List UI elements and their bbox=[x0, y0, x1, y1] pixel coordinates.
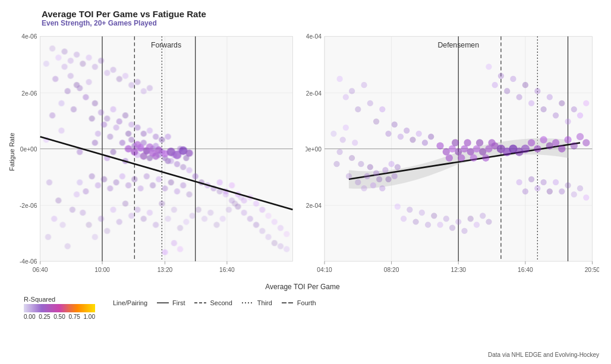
tick-075: 0.75 bbox=[68, 314, 80, 320]
svg-point-60 bbox=[110, 149, 116, 155]
svg-point-77 bbox=[98, 109, 104, 115]
svg-point-297 bbox=[558, 145, 565, 153]
svg-point-88 bbox=[165, 134, 171, 140]
svg-point-218 bbox=[343, 125, 349, 131]
svg-point-316 bbox=[407, 207, 412, 213]
svg-point-120 bbox=[98, 216, 104, 221]
svg-point-223 bbox=[358, 161, 364, 167]
plots-area: Forwards 4e-06 2e-06 0e+00 -2e-06 -4e-06… bbox=[6, 30, 599, 286]
svg-point-252 bbox=[436, 142, 443, 149]
svg-point-103 bbox=[162, 185, 168, 191]
svg-point-127 bbox=[141, 216, 147, 221]
svg-point-292 bbox=[528, 139, 535, 146]
x-tick-2: 10:00 bbox=[95, 267, 110, 273]
svg-point-58 bbox=[92, 140, 98, 145]
svg-point-288 bbox=[565, 118, 571, 124]
svg-point-130 bbox=[159, 201, 165, 207]
svg-point-116 bbox=[74, 191, 80, 197]
svg-point-221 bbox=[352, 140, 358, 145]
svg-point-298 bbox=[564, 136, 571, 143]
svg-point-91 bbox=[89, 173, 95, 179]
svg-point-303 bbox=[522, 188, 528, 194]
svg-point-287 bbox=[559, 100, 565, 106]
svg-point-29 bbox=[119, 140, 125, 145]
svg-point-118 bbox=[86, 222, 92, 228]
svg-point-232 bbox=[385, 176, 391, 182]
svg-point-308 bbox=[553, 179, 559, 185]
svg-point-214 bbox=[330, 131, 336, 137]
svg-point-135 bbox=[189, 213, 195, 219]
svg-point-280 bbox=[516, 94, 522, 100]
svg-point-153 bbox=[98, 58, 104, 64]
svg-point-82 bbox=[128, 122, 134, 128]
forwards-svg: Forwards 4e-06 2e-06 0e+00 -2e-06 -4e-06… bbox=[6, 30, 300, 286]
svg-point-282 bbox=[528, 100, 534, 106]
legend-area: R-Squared 0.00 0.25 0.50 0.75 1.00 Line/… bbox=[6, 296, 599, 320]
y-tick-2: 2e-06 bbox=[21, 90, 37, 97]
x-tick-1: 06:40 bbox=[33, 267, 48, 273]
svg-point-72 bbox=[58, 100, 64, 106]
svg-point-294 bbox=[540, 136, 547, 143]
svg-point-241 bbox=[367, 100, 373, 106]
svg-point-54 bbox=[272, 240, 278, 246]
svg-point-40 bbox=[186, 167, 192, 173]
svg-point-51 bbox=[253, 222, 259, 228]
d-x-tick-5: 20:50 bbox=[585, 267, 599, 273]
svg-point-278 bbox=[504, 88, 510, 94]
svg-point-183 bbox=[253, 201, 259, 207]
svg-point-170 bbox=[140, 153, 147, 160]
svg-point-52 bbox=[259, 228, 265, 234]
svg-point-266 bbox=[470, 154, 477, 162]
svg-point-319 bbox=[425, 222, 431, 228]
svg-point-226 bbox=[367, 164, 373, 170]
svg-point-138 bbox=[207, 210, 213, 216]
svg-point-188 bbox=[284, 231, 289, 237]
y-tick-5: -4e-06 bbox=[20, 258, 37, 265]
svg-point-185 bbox=[265, 213, 271, 219]
svg-point-95 bbox=[113, 179, 119, 185]
svg-point-236 bbox=[336, 76, 342, 82]
svg-point-177 bbox=[217, 179, 223, 185]
svg-point-304 bbox=[528, 176, 534, 182]
svg-point-284 bbox=[540, 106, 546, 112]
svg-point-123 bbox=[116, 219, 122, 224]
svg-point-267 bbox=[476, 139, 483, 146]
x-tick-3: 13:20 bbox=[158, 267, 173, 273]
svg-point-111 bbox=[45, 234, 51, 240]
defensemen-plot: Defensemen 4e-04 2e-04 0e+00 -2e-04 04:1… bbox=[306, 30, 599, 286]
svg-point-320 bbox=[431, 213, 437, 219]
rsquared-label: R-Squared bbox=[24, 296, 55, 303]
svg-point-142 bbox=[232, 201, 238, 207]
svg-point-20 bbox=[49, 112, 55, 118]
chart-container: Average TOI Per Game vs Fatigue Rate Eve… bbox=[0, 0, 611, 364]
svg-point-128 bbox=[147, 210, 153, 216]
svg-point-171 bbox=[146, 143, 153, 150]
svg-point-265 bbox=[464, 139, 471, 146]
svg-point-139 bbox=[213, 222, 219, 228]
d-y-tick-4: -2e-04 bbox=[306, 202, 322, 209]
tick-0: 0.00 bbox=[24, 314, 35, 320]
svg-point-25 bbox=[95, 131, 101, 137]
svg-point-300 bbox=[577, 133, 584, 140]
svg-point-89 bbox=[77, 179, 83, 185]
chart-subtitle: Even Strength, 20+ Games Played bbox=[42, 19, 599, 27]
svg-point-317 bbox=[412, 219, 418, 224]
y-tick-3: 0e+00 bbox=[20, 146, 37, 153]
first-label: First bbox=[172, 299, 185, 306]
svg-point-309 bbox=[559, 188, 565, 194]
svg-point-62 bbox=[128, 137, 134, 143]
svg-point-137 bbox=[201, 216, 207, 221]
svg-point-314 bbox=[395, 204, 401, 210]
svg-point-85 bbox=[147, 128, 153, 134]
svg-point-189 bbox=[162, 249, 168, 255]
svg-point-220 bbox=[349, 155, 355, 161]
svg-point-222 bbox=[355, 179, 361, 185]
svg-point-290 bbox=[577, 112, 583, 118]
svg-point-38 bbox=[174, 161, 180, 167]
svg-point-169 bbox=[134, 141, 141, 148]
svg-point-90 bbox=[83, 188, 89, 194]
svg-point-16 bbox=[52, 76, 58, 82]
svg-point-151 bbox=[86, 55, 92, 61]
legend-third: Third bbox=[241, 299, 272, 307]
svg-point-86 bbox=[153, 134, 159, 140]
